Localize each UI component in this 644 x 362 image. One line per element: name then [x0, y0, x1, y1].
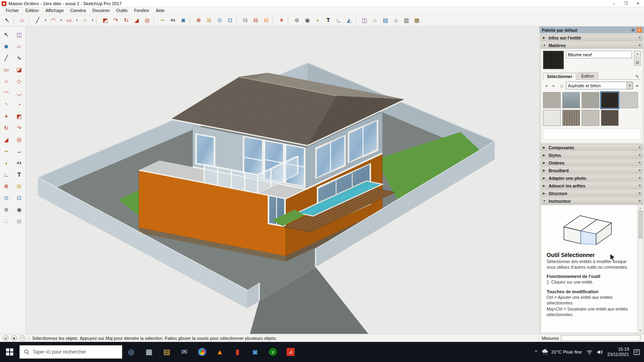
tab-edition[interactable]: Édition — [577, 72, 598, 79]
zoom-tool[interactable]: ⊙ — [1, 193, 12, 203]
offset-tool[interactable]: ◎ — [14, 134, 25, 145]
back-arrow-icon[interactable]: ◄ — [543, 82, 549, 89]
line-tool[interactable]: ╱ — [33, 15, 43, 25]
separator[interactable] — [96, 16, 99, 24]
menu-dessiner[interactable]: Dessiner — [89, 8, 113, 13]
swatch-asphalte-vieilli[interactable] — [543, 92, 561, 108]
scrollbar-thumb[interactable] — [638, 210, 642, 239]
rectangle-tool-dropdown[interactable]: ▾ — [74, 15, 79, 25]
taskbar-clock[interactable]: 15:19 23/11/2021 — [607, 347, 629, 357]
section-adapter-photo[interactable]: ▶ Adapter une photo × — [541, 175, 643, 181]
cortana-button[interactable]: ◎ — [122, 342, 140, 362]
section-ombres[interactable]: ▶ Ombres × — [541, 159, 643, 166]
pan-tool[interactable]: ⊞ — [14, 181, 25, 191]
look-around-tool[interactable]: ◉ — [302, 15, 312, 25]
3d-text-tool[interactable]: T — [14, 169, 25, 180]
push-pull-tool[interactable]: ◩ — [100, 15, 110, 25]
scroll-up-icon[interactable]: ▲ — [639, 205, 642, 210]
start-button[interactable] — [0, 342, 19, 362]
menu-fichier[interactable]: Fichier — [2, 8, 22, 13]
protractor-tool[interactable]: ◗ — [313, 15, 323, 25]
paint-bucket-tool[interactable]: ◙ — [178, 15, 188, 25]
axes-tool[interactable]: ∟ — [334, 15, 344, 25]
hidden-icons-caret[interactable]: ^ — [535, 349, 537, 355]
line-tool[interactable]: ╱ — [1, 53, 12, 63]
rotated-rectangle-tool[interactable]: ◪ — [14, 64, 25, 75]
look-around-tool[interactable]: ◉ — [14, 204, 25, 215]
swatch-beton-strie[interactable] — [562, 110, 580, 126]
orbit-tool[interactable]: ⊕ — [1, 181, 12, 191]
sketchup-button[interactable]: ⊿ — [282, 342, 299, 362]
swatch-beton-lisse[interactable] — [582, 110, 599, 126]
tab-selectionner[interactable]: Sélectionner — [543, 73, 576, 80]
close-icon[interactable]: × — [638, 145, 641, 150]
close-icon[interactable]: × — [638, 176, 641, 180]
swatch-beton-bleu[interactable] — [562, 92, 580, 108]
menu-edition[interactable]: Édition — [22, 8, 42, 13]
chevron-down-icon[interactable]: ▼ — [626, 82, 633, 89]
swatch-beton-blanc[interactable] — [543, 110, 561, 126]
separator[interactable] — [355, 16, 358, 24]
select-tool[interactable]: ↖ — [1, 29, 12, 40]
3d-warehouse-button[interactable]: ⌂ — [370, 15, 380, 25]
section-infos-entite[interactable]: ▶ Infos sur l'entité × — [541, 34, 643, 41]
swatch-beton-gris[interactable] — [582, 92, 599, 108]
two-point-arc-tool[interactable]: ◡ — [14, 88, 25, 98]
create-material-button[interactable]: + — [634, 51, 641, 58]
menu-affichage[interactable]: Affichage — [42, 8, 67, 13]
weather-widget[interactable]: 31°C Pluie fine — [542, 349, 582, 355]
close-button[interactable]: ✕ — [632, 0, 644, 7]
home-icon[interactable]: ⌂ — [558, 82, 565, 89]
swatch-bitume-vieilli[interactable] — [601, 110, 619, 126]
make-component-tool[interactable]: ◫ — [14, 29, 25, 40]
rectangle-tool[interactable]: ▭ — [64, 15, 74, 25]
scale-tool[interactable]: ◢ — [1, 134, 12, 145]
scale-tool[interactable]: ◢ — [132, 15, 142, 25]
eraser-tool[interactable]: ▱ — [14, 41, 25, 51]
close-icon[interactable]: × — [638, 168, 641, 173]
select-tool[interactable]: ↖ — [2, 15, 12, 25]
move-tool[interactable]: + — [1, 111, 12, 121]
axes-tool[interactable]: ∟ — [1, 169, 12, 180]
scrollbar[interactable]: ▲ ▼ — [637, 205, 643, 333]
separator[interactable] — [288, 16, 291, 24]
close-icon[interactable]: × — [638, 160, 641, 165]
text-tool[interactable]: A1 — [168, 15, 178, 25]
components-tray-button[interactable]: ▦ — [412, 15, 422, 25]
rotate-tool[interactable]: ↻ — [1, 123, 12, 133]
section-matieres[interactable]: ▼ Matières × — [541, 42, 643, 49]
polygon-tool[interactable]: ◇ — [14, 76, 25, 86]
rectangle-tool[interactable]: ▭ — [1, 64, 12, 75]
sample-paint-icon[interactable]: ✎ — [634, 74, 641, 79]
separator[interactable] — [236, 16, 239, 24]
task-view-button[interactable]: ▦ — [140, 342, 158, 362]
file-explorer-button[interactable]: ▤ — [158, 342, 175, 362]
section-display-tool[interactable]: ⊟ — [261, 15, 271, 25]
forward-arrow-icon[interactable]: ► — [551, 82, 557, 89]
offset-tool[interactable]: ◎ — [142, 15, 152, 25]
make-component-button[interactable]: ◫ — [359, 15, 369, 25]
position-camera-tool[interactable]: ⊚ — [1, 204, 12, 215]
section-brouillard[interactable]: ▶ Brouillard × — [541, 167, 643, 174]
section-fill-tool[interactable]: ⊟ — [251, 15, 261, 25]
separator[interactable] — [190, 16, 192, 24]
circle-tool-dropdown[interactable]: ▾ — [90, 15, 95, 25]
close-icon[interactable]: × — [638, 153, 641, 157]
section-adoucir-aretes[interactable]: ▶ Adoucir les arêtes × — [541, 182, 643, 189]
section-structure[interactable]: ▶ Structure × — [541, 190, 643, 197]
adobe-button[interactable]: ▮ — [229, 342, 246, 362]
circle-tool[interactable]: ○ — [80, 15, 90, 25]
mail-button[interactable]: ✉ — [175, 342, 193, 362]
pan-tool[interactable]: ⊞ — [204, 15, 214, 25]
3d-viewport[interactable] — [26, 27, 539, 334]
arc-tool-dropdown[interactable]: ▾ — [59, 15, 64, 25]
separator[interactable] — [272, 16, 275, 24]
close-icon[interactable]: × — [638, 35, 641, 40]
close-icon[interactable]: × — [638, 199, 641, 203]
dimension-tool[interactable]: ↔ — [14, 146, 25, 156]
scroll-down-icon[interactable]: ▼ — [639, 328, 642, 333]
section-styles[interactable]: ▶ Styles × — [541, 152, 643, 158]
tray-close-icon[interactable]: × — [637, 28, 642, 33]
paint-bucket-tool[interactable]: ◙ — [1, 41, 12, 51]
minimize-button[interactable]: – — [608, 0, 620, 7]
